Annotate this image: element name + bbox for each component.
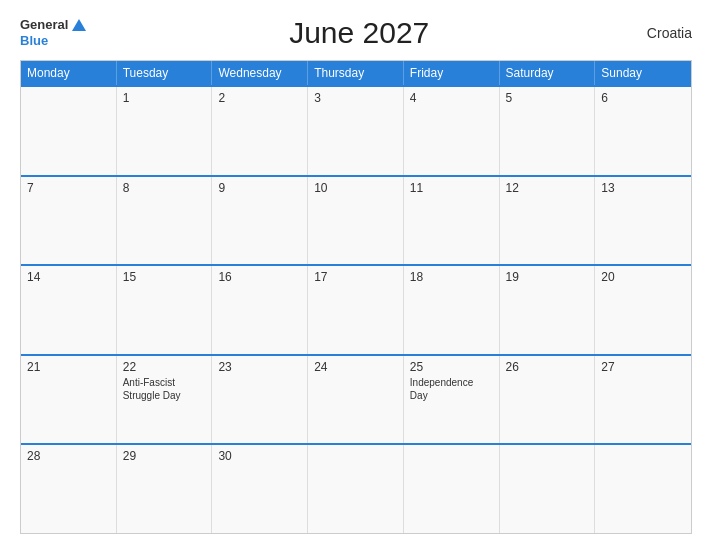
cal-cell-w5-thu bbox=[308, 445, 404, 533]
cal-cell-w3-tue: 15 bbox=[117, 266, 213, 354]
cal-cell-w5-fri bbox=[404, 445, 500, 533]
cal-cell-w2-wed: 9 bbox=[212, 177, 308, 265]
week-row-1: 1 2 3 4 5 6 bbox=[21, 85, 691, 175]
cal-cell-w4-thu: 24 bbox=[308, 356, 404, 444]
week-row-2: 7 8 9 10 11 12 13 bbox=[21, 175, 691, 265]
cal-cell-w4-mon: 21 bbox=[21, 356, 117, 444]
week-row-4: 21 22 Anti-FascistStruggle Day 23 24 25 … bbox=[21, 354, 691, 444]
cal-cell-w2-fri: 11 bbox=[404, 177, 500, 265]
cal-cell-w5-mon: 28 bbox=[21, 445, 117, 533]
cal-cell-w2-thu: 10 bbox=[308, 177, 404, 265]
cal-cell-w2-sat: 12 bbox=[500, 177, 596, 265]
logo-triangle-icon bbox=[72, 19, 86, 31]
cal-cell-w1-wed: 2 bbox=[212, 87, 308, 175]
cal-cell-w3-thu: 17 bbox=[308, 266, 404, 354]
header-tuesday: Tuesday bbox=[117, 61, 213, 85]
event-anti-fascist: Anti-FascistStruggle Day bbox=[123, 376, 206, 402]
country-label: Croatia bbox=[632, 25, 692, 41]
header-monday: Monday bbox=[21, 61, 117, 85]
calendar: Monday Tuesday Wednesday Thursday Friday… bbox=[20, 60, 692, 534]
cal-cell-w1-sat: 5 bbox=[500, 87, 596, 175]
cal-cell-w3-fri: 18 bbox=[404, 266, 500, 354]
week-row-5: 28 29 30 bbox=[21, 443, 691, 533]
cal-cell-w2-mon: 7 bbox=[21, 177, 117, 265]
cal-cell-w2-tue: 8 bbox=[117, 177, 213, 265]
cal-cell-w4-wed: 23 bbox=[212, 356, 308, 444]
header-sunday: Sunday bbox=[595, 61, 691, 85]
cal-cell-w4-tue: 22 Anti-FascistStruggle Day bbox=[117, 356, 213, 444]
cal-cell-w3-wed: 16 bbox=[212, 266, 308, 354]
header-friday: Friday bbox=[404, 61, 500, 85]
cal-cell-w5-tue: 29 bbox=[117, 445, 213, 533]
cal-cell-w1-mon bbox=[21, 87, 117, 175]
header-saturday: Saturday bbox=[500, 61, 596, 85]
event-independence-day: Independence Day bbox=[410, 376, 493, 402]
cal-cell-w3-sun: 20 bbox=[595, 266, 691, 354]
cal-cell-w4-fri: 25 Independence Day bbox=[404, 356, 500, 444]
header: General Blue June 2027 Croatia bbox=[20, 16, 692, 50]
cal-cell-w3-mon: 14 bbox=[21, 266, 117, 354]
header-wednesday: Wednesday bbox=[212, 61, 308, 85]
cal-cell-w5-wed: 30 bbox=[212, 445, 308, 533]
cal-cell-w4-sat: 26 bbox=[500, 356, 596, 444]
calendar-header: Monday Tuesday Wednesday Thursday Friday… bbox=[21, 61, 691, 85]
page-title: June 2027 bbox=[86, 16, 632, 50]
cal-cell-w3-sat: 19 bbox=[500, 266, 596, 354]
cal-cell-w4-sun: 27 bbox=[595, 356, 691, 444]
cal-cell-w1-fri: 4 bbox=[404, 87, 500, 175]
logo-general-text: General bbox=[20, 17, 68, 33]
week-row-3: 14 15 16 17 18 19 20 bbox=[21, 264, 691, 354]
logo: General Blue bbox=[20, 17, 86, 48]
header-thursday: Thursday bbox=[308, 61, 404, 85]
calendar-body: 1 2 3 4 5 6 7 8 9 10 11 12 13 14 15 16 bbox=[21, 85, 691, 533]
page: General Blue June 2027 Croatia Monday Tu… bbox=[0, 0, 712, 550]
cal-cell-w5-sat bbox=[500, 445, 596, 533]
cal-cell-w2-sun: 13 bbox=[595, 177, 691, 265]
cal-cell-w1-tue: 1 bbox=[117, 87, 213, 175]
logo-blue-text: Blue bbox=[20, 33, 86, 49]
cal-cell-w5-sun bbox=[595, 445, 691, 533]
cal-cell-w1-thu: 3 bbox=[308, 87, 404, 175]
cal-cell-w1-sun: 6 bbox=[595, 87, 691, 175]
